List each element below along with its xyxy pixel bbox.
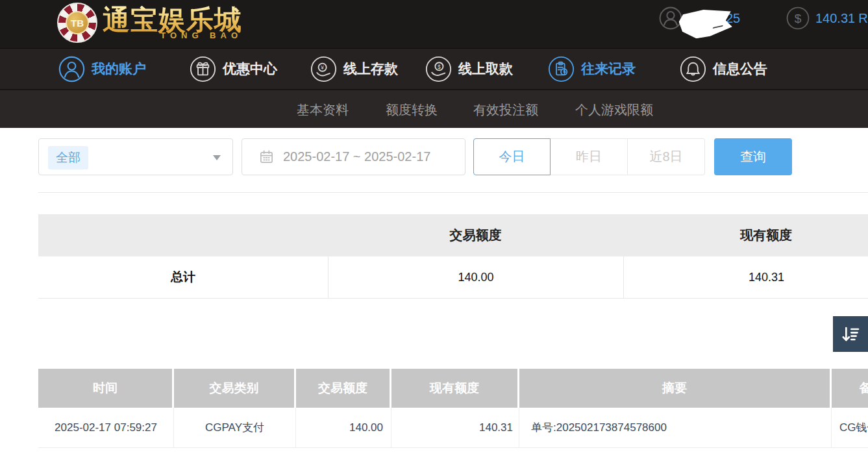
record-type: CGPAY支付 <box>174 408 296 447</box>
balance-amount: 140.31 <box>815 11 855 26</box>
balance-currency-clipped: R <box>858 11 867 26</box>
gift-icon <box>190 56 216 82</box>
user-icon <box>58 56 85 82</box>
calendar-icon <box>259 149 274 164</box>
user-account-chip[interactable]: 7 25 <box>658 5 683 31</box>
records-header-transaction-amount: 交易额度 <box>296 369 391 408</box>
nav-item-online-withdrawal[interactable]: $ 线上取款 <box>425 49 513 89</box>
records-header-type: 交易类别 <box>174 369 296 408</box>
selected-type-tag: 全部 <box>48 146 88 169</box>
sub-nav: 基本资料 额度转换 有效投注额 个人游戏限额 <box>0 89 868 128</box>
brand-name: 通宝娱乐城 TONG BAO <box>103 6 242 40</box>
deposit-icon: ¥ <box>310 56 337 82</box>
subnav-item-valid-bets[interactable]: 有效投注额 <box>473 90 538 129</box>
summary-total-label: 总计 <box>38 256 328 298</box>
summary-header-row: 交易额度 现有额度 <box>38 214 868 256</box>
page: TB 通宝娱乐城 TONG BAO 7 25 $ 140.31 R <box>0 0 868 459</box>
nav-item-my-account[interactable]: 我的账户 <box>58 49 146 89</box>
nav-label: 线上存款 <box>343 60 398 78</box>
summary-transaction-amount: 140.00 <box>328 256 623 298</box>
redaction-scribble <box>713 21 725 29</box>
main-nav: 我的账户 优惠中心 ¥ 线上存款 <box>0 49 868 89</box>
records-header-time: 时间 <box>38 369 174 408</box>
record-current-balance: 140.31 <box>391 408 519 447</box>
table-row: 2025-02-17 07:59:27 CGPAY支付 140.00 140.3… <box>38 408 868 448</box>
query-button[interactable]: 查询 <box>714 138 792 175</box>
records-header-summary: 摘要 <box>519 369 832 408</box>
nav-label: 我的账户 <box>92 60 146 78</box>
section-divider <box>38 192 868 193</box>
sort-descending-button[interactable] <box>833 316 868 352</box>
redaction-mark <box>678 7 734 40</box>
record-remarks: CG钱包 <box>832 408 868 447</box>
summary-table: 交易额度 现有额度 总计 140.00 140.31 <box>38 214 868 299</box>
subnav-item-basic-info[interactable]: 基本资料 <box>297 90 349 129</box>
date-range-value: 2025-02-17 ~ 2025-02-17 <box>283 149 430 164</box>
poker-chip-icon: TB <box>57 3 97 43</box>
nav-label: 信息公告 <box>713 60 767 78</box>
svg-text:$: $ <box>795 12 802 25</box>
brand-logo[interactable]: TB 通宝娱乐城 TONG BAO <box>57 3 242 43</box>
subnav-item-quota-transfer[interactable]: 额度转换 <box>386 90 438 129</box>
records-header-remarks: 备注 <box>832 369 868 408</box>
sort-descending-icon <box>840 324 861 345</box>
yesterday-button[interactable]: 昨日 <box>551 138 628 175</box>
nav-item-transaction-records[interactable]: 往来记录 <box>548 49 636 89</box>
nav-label: 线上取款 <box>458 60 513 78</box>
summary-header-empty <box>38 214 328 256</box>
date-range-input[interactable]: 2025-02-17 ~ 2025-02-17 <box>242 138 465 175</box>
today-button[interactable]: 今日 <box>473 138 551 175</box>
records-table: 时间 交易类别 交易额度 现有额度 摘要 备注 2025-02-17 07:59… <box>38 369 868 448</box>
brand-name-cn: 通宝娱乐城 <box>103 6 242 34</box>
summary-current-balance: 140.31 <box>623 256 868 298</box>
top-header: TB 通宝娱乐城 TONG BAO 7 25 $ 140.31 R <box>0 0 868 49</box>
summary-header-current-balance: 现有额度 <box>623 214 868 256</box>
records-header-row: 时间 交易类别 交易额度 现有额度 摘要 备注 <box>38 369 868 408</box>
balance-chip[interactable]: $ 140.31 R <box>786 5 868 31</box>
last-8-days-button[interactable]: 近8日 <box>628 138 705 175</box>
summary-header-transaction-amount: 交易额度 <box>328 214 623 256</box>
dollar-icon: $ <box>786 6 810 31</box>
user-icon <box>658 6 683 31</box>
record-time: 2025-02-17 07:59:27 <box>38 408 174 447</box>
summary-total-row: 总计 140.00 140.31 <box>38 256 868 299</box>
withdraw-icon: $ <box>425 56 452 82</box>
quick-date-buttons: 今日 昨日 近8日 <box>473 138 705 175</box>
records-header-current-balance: 现有额度 <box>391 369 519 408</box>
nav-item-promotions[interactable]: 优惠中心 <box>190 49 277 89</box>
record-transaction-amount: 140.00 <box>296 408 391 447</box>
svg-text:$: $ <box>438 64 441 70</box>
chip-label: TB <box>66 11 89 34</box>
record-summary: 单号:202502173874578600 <box>519 408 832 447</box>
nav-label: 优惠中心 <box>223 60 277 78</box>
nav-item-announcements[interactable]: 信息公告 <box>680 49 767 89</box>
transaction-type-dropdown[interactable]: 全部 <box>38 138 233 175</box>
subnav-item-game-limits[interactable]: 个人游戏限额 <box>575 90 653 129</box>
nav-item-online-deposit[interactable]: ¥ 线上存款 <box>310 49 398 89</box>
records-icon <box>548 56 575 82</box>
svg-text:¥: ¥ <box>320 64 324 71</box>
bell-icon <box>680 56 706 82</box>
nav-label: 往来记录 <box>581 60 636 78</box>
chevron-down-icon <box>213 155 221 160</box>
